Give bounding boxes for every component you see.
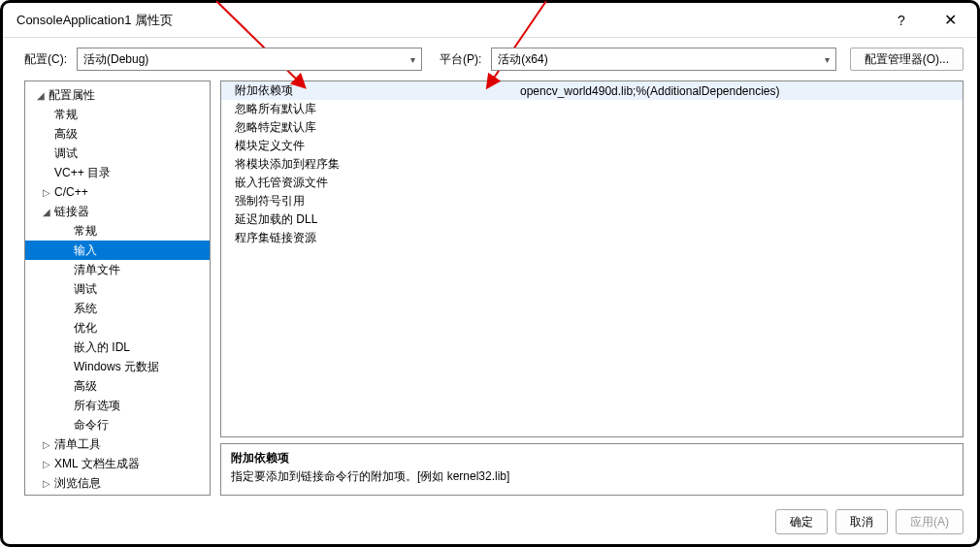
tree-item-browse[interactable]: ▷浏览信息 — [25, 473, 210, 493]
tree-item-label: VC++ 目录 — [54, 165, 111, 181]
caret-right-icon: ▷ — [41, 187, 52, 198]
tree-item-linker-all[interactable]: 所有选项 — [25, 396, 210, 415]
tree-item-label: C/C++ — [54, 185, 88, 199]
prop-row[interactable]: 忽略所有默认库 — [221, 100, 963, 118]
tree-item-label: 配置属性 — [49, 87, 95, 104]
tree-item-label: 常规 — [54, 107, 78, 123]
platform-combo[interactable]: 活动(x64) ▾ — [491, 48, 836, 71]
platform-value: 活动(x64) — [498, 51, 547, 68]
tree-item-label: 调试 — [74, 281, 97, 298]
caret-right-icon: ▷ — [41, 478, 52, 489]
tree-item-label: 调试 — [54, 145, 78, 162]
tree-item-label: 优化 — [74, 320, 97, 337]
config-label: 配置(C): — [24, 51, 67, 68]
prop-row[interactable]: 嵌入托管资源文件 — [221, 174, 963, 192]
prop-name: 程序集链接资源 — [221, 230, 514, 246]
prop-row-additional-deps[interactable]: 附加依赖项 opencv_world490d.lib;%(AdditionalD… — [221, 81, 963, 100]
tree-root[interactable]: ◢配置属性 — [25, 85, 210, 105]
tree-item-linker-input[interactable]: 输入 — [25, 241, 210, 260]
tree-item-linker-cmdline[interactable]: 命令行 — [25, 415, 210, 434]
tree-item-label: 高级 — [74, 378, 97, 395]
tree-item-linker[interactable]: ◢链接器 — [25, 202, 210, 221]
prop-row[interactable]: 延迟加载的 DLL — [221, 210, 963, 229]
tree-item-xmlgen[interactable]: ▷XML 文档生成器 — [25, 454, 210, 473]
description-box: 附加依赖项 指定要添加到链接命令行的附加项。[例如 kernel32.lib] — [220, 443, 964, 496]
apply-button[interactable]: 应用(A) — [896, 509, 964, 534]
ok-button[interactable]: 确定 — [775, 509, 828, 534]
tree-item-label: 清单文件 — [74, 262, 120, 278]
help-button[interactable]: ? — [882, 6, 921, 35]
tree-item-debug[interactable]: 调试 — [25, 144, 210, 163]
caret-down-icon: ◢ — [35, 90, 47, 101]
tree-item-label: 清单工具 — [54, 436, 101, 453]
property-grid[interactable]: 附加依赖项 opencv_world490d.lib;%(AdditionalD… — [220, 80, 964, 437]
prop-row[interactable]: 强制符号引用 — [221, 192, 963, 210]
cancel-label: 取消 — [850, 514, 873, 531]
tree-item-general[interactable]: 常规 — [25, 105, 210, 124]
prop-row[interactable]: 模块定义文件 — [221, 137, 963, 155]
caret-right-icon: ▷ — [41, 459, 52, 469]
tree-item-linker-general[interactable]: 常规 — [25, 221, 210, 241]
config-manager-label: 配置管理器(O)... — [865, 51, 949, 68]
config-combo[interactable]: 活动(Debug) ▾ — [77, 48, 422, 71]
titlebar: ConsoleApplication1 属性页 ? ✕ — [3, 3, 977, 38]
dialog-buttons: 确定 取消 应用(A) — [3, 501, 977, 544]
caret-down-icon: ◢ — [41, 207, 52, 217]
tree-item-linker-idl[interactable]: 嵌入的 IDL — [25, 338, 210, 357]
chevron-down-icon: ▾ — [825, 54, 830, 65]
tree-item-label: 输入 — [74, 242, 97, 259]
prop-row[interactable]: 忽略特定默认库 — [221, 118, 963, 137]
caret-right-icon: ▷ — [41, 439, 52, 450]
chevron-down-icon: ▾ — [410, 54, 415, 65]
tree-item-advanced[interactable]: 高级 — [25, 124, 210, 144]
tree-item-vcdirs[interactable]: VC++ 目录 — [25, 163, 210, 182]
tree-item-label: 系统 — [74, 301, 97, 317]
prop-name: 延迟加载的 DLL — [221, 211, 514, 228]
prop-name: 将模块添加到程序集 — [221, 156, 514, 173]
prop-name: 强制符号引用 — [221, 193, 514, 209]
description-body: 指定要添加到链接命令行的附加项。[例如 kernel32.lib] — [231, 468, 953, 485]
tree-item-label: 所有选项 — [74, 398, 120, 414]
tree-item-label: XML 文档生成器 — [54, 456, 140, 472]
ok-label: 确定 — [790, 514, 813, 531]
apply-label: 应用(A) — [910, 514, 949, 531]
prop-name: 模块定义文件 — [221, 138, 514, 154]
tree-item-linker-winmd[interactable]: Windows 元数据 — [25, 357, 210, 376]
tree-item-label: 高级 — [54, 126, 78, 143]
platform-label: 平台(P): — [440, 51, 481, 68]
description-title: 附加依赖项 — [231, 450, 953, 467]
tree-item-cxx[interactable]: ▷C/C++ — [25, 182, 210, 202]
tree-item-label: 嵌入的 IDL — [74, 339, 130, 356]
tree-item-linker-opt[interactable]: 优化 — [25, 318, 210, 338]
tree-item-label: Windows 元数据 — [74, 359, 159, 375]
config-bar: 配置(C): 活动(Debug) ▾ 平台(P): 活动(x64) ▾ 配置管理… — [3, 38, 977, 80]
prop-row[interactable]: 程序集链接资源 — [221, 229, 963, 247]
tree-item-linker-adv[interactable]: 高级 — [25, 376, 210, 396]
cancel-button[interactable]: 取消 — [835, 509, 888, 534]
tree-item-linker-manifest[interactable]: 清单文件 — [25, 260, 210, 279]
tree-item-linker-system[interactable]: 系统 — [25, 299, 210, 318]
tree-item-label: 常规 — [74, 223, 97, 240]
tree-item-linker-debug[interactable]: 调试 — [25, 279, 210, 299]
tree-item-label: 命令行 — [74, 417, 109, 434]
prop-value[interactable]: opencv_world490d.lib;%(AdditionalDepende… — [514, 84, 963, 98]
config-manager-button[interactable]: 配置管理器(O)... — [850, 48, 964, 71]
prop-name: 嵌入托管资源文件 — [221, 175, 514, 191]
close-button[interactable]: ✕ — [931, 6, 969, 35]
prop-row[interactable]: 将模块添加到程序集 — [221, 155, 963, 174]
config-value: 活动(Debug) — [83, 51, 148, 68]
tree-item-label: 链接器 — [54, 204, 89, 220]
prop-name: 忽略特定默认库 — [221, 119, 514, 136]
prop-name: 忽略所有默认库 — [221, 101, 514, 117]
window-title: ConsoleApplication1 属性页 — [16, 12, 173, 29]
tree-item-manifest-tool[interactable]: ▷清单工具 — [25, 434, 210, 454]
property-tree[interactable]: ◢配置属性 常规 高级 调试 VC++ 目录 ▷C/C++ ◢链接器 常规 输入… — [24, 80, 211, 496]
tree-item-label: 浏览信息 — [54, 475, 101, 492]
prop-name: 附加依赖项 — [221, 82, 514, 99]
